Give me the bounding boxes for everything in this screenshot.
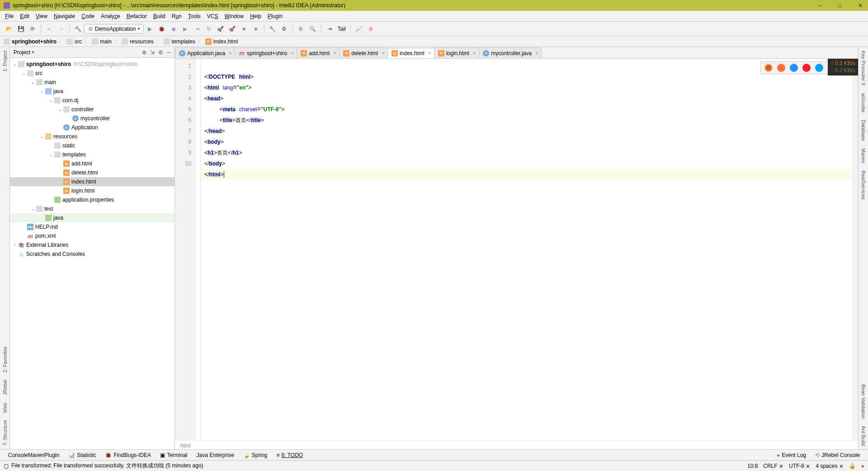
editor-tab[interactable]: Hlogin.html× — [434, 47, 479, 58]
vtab-aixcoder[interactable]: aiXcoder — [860, 89, 867, 116]
man-icon[interactable]: ● — [861, 463, 864, 469]
forward-icon[interactable]: → — [56, 24, 66, 34]
refresh-icon[interactable]: ⟳ — [27, 24, 38, 34]
minimize-button[interactable]: ─ — [818, 2, 825, 9]
menu-refactor[interactable]: Refactor — [123, 12, 150, 21]
close-tab-icon[interactable]: × — [382, 50, 385, 57]
btab-spring[interactable]: 🍃Spring — [239, 452, 272, 458]
debug-icon[interactable]: 🐞 — [156, 24, 167, 34]
vtab-antbuild[interactable]: Ant Build — [860, 422, 867, 449]
file-encoding[interactable]: UTF-8 ⨯ — [789, 463, 810, 469]
attach-icon[interactable]: ⇥ — [192, 24, 203, 34]
indent-icon[interactable]: ⇥ — [324, 24, 335, 34]
stop-icon[interactable]: ■ — [239, 24, 250, 34]
tree-node-root[interactable]: ⌄springboot+shiroH:\CSDN\springboot+shir… — [10, 60, 175, 69]
btab-findbugs[interactable]: 🐞FindBugs-IDEA — [100, 452, 156, 458]
tree-node-mycontroller[interactable]: Cmycontroller — [10, 114, 175, 123]
tree-node-resources[interactable]: ⌄resources — [10, 132, 175, 141]
close-button[interactable]: ✕ — [858, 2, 864, 9]
opera-icon[interactable] — [802, 64, 811, 72]
tree-node-comdj[interactable]: ⌄com.dj — [10, 96, 175, 105]
vtab-web[interactable]: Web — [1, 399, 9, 416]
vtab-database[interactable]: Database — [860, 116, 867, 145]
editor-breadcrumb[interactable]: html — [175, 440, 858, 449]
code-area[interactable]: 12345678910 <!DOCTYPE html> <html lang="… — [175, 59, 858, 440]
menu-navigate[interactable]: Navigate — [51, 12, 78, 21]
firefox-icon[interactable] — [777, 64, 785, 72]
gear-icon[interactable]: ⚙ — [158, 49, 163, 56]
menu-tools[interactable]: Tools — [185, 12, 204, 21]
vtab-jrebel[interactable]: JRebel — [1, 376, 9, 399]
crumb-root[interactable]: springboot+shiro — [4, 38, 57, 45]
tree-node-main[interactable]: ⌄main — [10, 78, 175, 87]
tail-label[interactable]: Tail — [336, 26, 348, 32]
btab-terminal[interactable]: ▣Terminal — [156, 452, 192, 458]
stats-icon[interactable]: 📈 — [354, 24, 364, 34]
btab-javaee[interactable]: Java Enterprise — [192, 452, 238, 458]
crumb-templates[interactable]: templates — [164, 38, 195, 45]
editor-tab[interactable]: Hindex.html× — [387, 48, 434, 59]
maximize-button[interactable]: □ — [838, 2, 844, 9]
crumb-src[interactable]: src — [66, 38, 82, 45]
tree-node-help[interactable]: MDHELP.md — [10, 222, 175, 231]
tree-node-java[interactable]: ⌄java — [10, 87, 175, 96]
btab-todo[interactable]: ≡6: TODO — [272, 452, 308, 458]
jrebel-debug-icon[interactable]: 🚀 — [227, 24, 238, 34]
vtab-structure[interactable]: 7: Structure — [1, 416, 9, 449]
btab-jrebelconsole[interactable]: ⟲JRebel Console — [811, 452, 864, 458]
menu-view[interactable]: View — [33, 12, 51, 21]
stop-circle-icon[interactable]: ⊘ — [365, 24, 376, 34]
coverage-icon[interactable]: ◉ — [168, 24, 179, 34]
jrebel-run-icon[interactable]: 🚀 — [215, 24, 226, 34]
project-tree[interactable]: ⌄springboot+shiroH:\CSDN\springboot+shir… — [10, 58, 175, 449]
settings-icon[interactable]: ⚙ — [279, 24, 290, 34]
run-icon[interactable]: ▶ — [145, 24, 156, 34]
tree-node-application[interactable]: CApplication — [10, 123, 175, 132]
menu-build[interactable]: Build — [150, 12, 169, 21]
git-icon[interactable]: 🔒 — [849, 463, 856, 469]
crumb-main[interactable]: main — [92, 38, 112, 45]
stop2-icon[interactable]: ■ — [250, 24, 261, 34]
target-icon[interactable]: ⊕ — [142, 49, 146, 56]
menu-help[interactable]: Help — [247, 12, 264, 21]
right-marker-bar[interactable] — [853, 59, 858, 440]
chevron-down-icon[interactable]: ▾ — [32, 50, 34, 54]
menu-code[interactable]: Code — [78, 12, 98, 21]
cursor-position[interactable]: 10:8 — [747, 463, 758, 469]
editor-tab[interactable]: CApplication.java× — [175, 47, 235, 58]
editor-tab[interactable]: mspringboot+shiro× — [235, 47, 297, 58]
menu-edit[interactable]: Edit — [17, 12, 33, 21]
indent-setting[interactable]: 4 spaces ⨯ — [816, 463, 843, 469]
hide-icon[interactable]: ─ — [167, 49, 171, 56]
profile-icon[interactable]: ▶ — [180, 24, 191, 34]
vtab-maven[interactable]: Maven — [860, 145, 867, 167]
tree-node-approp[interactable]: application.properties — [10, 195, 175, 204]
close-tab-icon[interactable]: × — [291, 50, 294, 57]
vtab-favorites[interactable]: 2: Favorites — [1, 343, 9, 376]
save-icon[interactable]: 💾 — [15, 24, 26, 34]
btab-statistic[interactable]: 📊Statistic — [64, 452, 100, 458]
collapse-icon[interactable]: ⇲ — [150, 49, 155, 56]
tree-node-index[interactable]: Hindex.html — [10, 177, 175, 186]
vtab-project[interactable]: 1: Project — [1, 47, 9, 75]
menu-vcs[interactable]: VCS — [204, 12, 222, 21]
tree-node-login[interactable]: Hlogin.html — [10, 186, 175, 195]
rerun-icon[interactable]: ↻ — [203, 24, 214, 34]
tree-node-java2[interactable]: java — [10, 213, 175, 222]
close-tab-icon[interactable]: × — [428, 50, 431, 57]
build-icon[interactable]: 🔨 — [72, 24, 83, 34]
tree-node-src[interactable]: ⌄src — [10, 69, 175, 78]
close-tab-icon[interactable]: × — [333, 50, 336, 57]
safari-icon[interactable] — [790, 64, 798, 72]
editor-tab[interactable]: Hadd.html× — [297, 47, 340, 58]
btab-eventlog[interactable]: ●Event Log — [772, 452, 811, 458]
wrench-icon[interactable]: 🔧 — [267, 24, 278, 34]
editor-tab[interactable]: Hdelete.html× — [339, 47, 388, 58]
open-icon[interactable]: 📂 — [4, 24, 14, 34]
btab-console[interactable]: ConsoleMavenPlugin — [4, 452, 64, 458]
fold-gutter[interactable] — [195, 59, 201, 440]
chrome-icon[interactable] — [764, 64, 773, 72]
project-label[interactable]: Project — [14, 49, 30, 56]
ie-icon[interactable] — [815, 64, 823, 72]
vtab-restservices[interactable]: RestServices — [860, 167, 867, 203]
